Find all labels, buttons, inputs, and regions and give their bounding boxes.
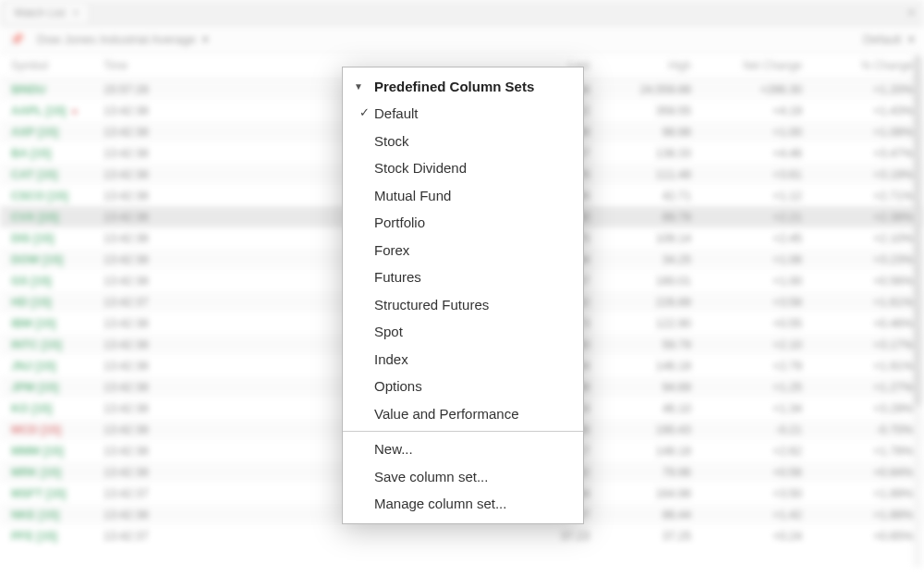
cell-time: 13:42:38 (103, 360, 187, 373)
menu-action-new[interactable]: New... (343, 435, 583, 463)
cell-netchange: +2.62 (691, 445, 802, 458)
menu-item-label: Futures (374, 268, 421, 287)
menu-action-manage-column-set[interactable]: Manage column set... (343, 490, 583, 518)
cell-symbol: HD [15] (11, 296, 103, 309)
table-row[interactable]: PFE [15]13:42:3737.2337.25+0.24+0.65% (0, 525, 924, 546)
cell-pctchange: +0.84% (802, 466, 913, 479)
cell-time: 13:42:38 (103, 402, 187, 415)
header-high[interactable]: High (590, 59, 691, 72)
cell-symbol: DIS [15] (11, 232, 103, 245)
cell-high: 46.10 (590, 402, 691, 415)
cell-symbol: PFE [15] (11, 530, 103, 543)
cell-netchange: +4.46 (691, 147, 802, 160)
cell-pctchange: +1.43% (802, 104, 913, 117)
scrollbar[interactable] (913, 55, 922, 567)
cell-symbol: CVX [15] (11, 211, 103, 224)
cell-symbol: MCD [15] (11, 423, 103, 436)
cell-time: 13:42:37 (103, 487, 187, 500)
cell-time: 13:42:38 (103, 445, 187, 458)
header-netchange[interactable]: Net Change (691, 59, 802, 72)
cell-pctchange: +1.88% (802, 509, 913, 521)
menu-item-forex[interactable]: Forex (343, 237, 583, 264)
menu-item-futures[interactable]: Futures (343, 263, 583, 291)
menu-item-label: Value and Performance (374, 405, 518, 423)
menu-item-stock-dividend[interactable]: Stock Dividend (343, 154, 583, 182)
cell-symbol: AXP [15] (11, 126, 103, 139)
cell-high: 37.25 (590, 530, 691, 543)
cell-high: 138.33 (590, 147, 691, 160)
cell-netchange: +2.45 (691, 232, 802, 245)
cell-symbol: JNJ [15] (11, 360, 103, 373)
cell-symbol: IBM [15] (11, 317, 103, 330)
column-set-menu: ▼ Predefined Column Sets ✓DefaultStockSt… (342, 67, 584, 524)
menu-item-options[interactable]: Options (343, 373, 583, 400)
menu-item-value-and-performance[interactable]: Value and Performance (343, 400, 583, 428)
scrollbar-thumb[interactable] (913, 55, 922, 407)
cell-high: 98.98 (590, 126, 691, 139)
menu-action-save-column-set[interactable]: Save column set... (343, 463, 583, 491)
close-icon[interactable]: × (73, 6, 79, 19)
menu-item-label: Structured Futures (374, 296, 489, 314)
cell-netchange: +1.12 (691, 190, 802, 202)
menu-item-mutual-fund[interactable]: Mutual Fund (343, 182, 583, 210)
cell-netchange: +0.24 (691, 530, 802, 543)
menu-item-label: Portfolio (374, 214, 425, 232)
menu-header[interactable]: ▼ Predefined Column Sets (343, 73, 583, 100)
menu-icon[interactable]: ≡ (907, 6, 920, 19)
cell-symbol: GS [15] (11, 275, 103, 288)
column-set-selector[interactable]: Default ▾ (863, 32, 915, 46)
menu-item-label: Forex (374, 241, 409, 260)
menu-item-label: Stock (374, 132, 409, 151)
menu-item-label: Manage column set... (374, 495, 506, 513)
header-pctchange[interactable]: % Change (802, 59, 913, 72)
watchlist-selector[interactable]: Dow Jones Industrial Average ▾ (37, 32, 209, 46)
cell-time: 13:42:38 (103, 466, 187, 479)
menu-item-label: Spot (374, 323, 403, 341)
cell-netchange: +1.42 (691, 509, 802, 521)
menu-item-portfolio[interactable]: Portfolio (343, 209, 583, 237)
cell-symbol: MMM [15] (11, 445, 103, 458)
cell-netchange: +1.00 (691, 275, 802, 288)
cell-symbol: CSCO [15] (11, 190, 103, 202)
cell-netchange: +1.00 (691, 126, 802, 139)
cell-time: 13:42:38 (103, 147, 187, 160)
cell-pctchange: +1.78% (802, 445, 913, 458)
cell-pctchange: +0.56% (802, 275, 913, 288)
header-symbol[interactable]: Symbol (11, 59, 103, 72)
cell-pctchange: +0.46% (802, 317, 913, 330)
cell-high: 86.44 (590, 509, 691, 521)
cell-time: 13:42:38 (103, 190, 187, 202)
menu-item-label: Save column set... (374, 468, 488, 486)
cell-time: 13:42:38 (103, 509, 187, 521)
cell-pctchange: +1.89% (802, 487, 913, 500)
check-icon: ✓ (354, 105, 374, 121)
cell-netchange: +2.79 (691, 360, 802, 373)
menu-item-structured-futures[interactable]: Structured Futures (343, 291, 583, 319)
cell-high: 146.18 (590, 360, 691, 373)
menu-item-label: Stock Dividend (374, 159, 467, 178)
menu-item-stock[interactable]: Stock (343, 128, 583, 155)
cell-symbol: BA [15] (11, 147, 103, 160)
cell-pctchange: +1.61% (802, 296, 913, 309)
menu-item-label: Mutual Fund (374, 187, 451, 205)
cell-pctchange: +3.19% (802, 168, 913, 181)
cell-netchange: +0.55 (691, 317, 802, 330)
cell-high: 148.18 (590, 445, 691, 458)
menu-item-index[interactable]: Index (343, 346, 583, 374)
tab-watchlist[interactable]: Watch List × (4, 2, 90, 23)
cell-high: 111.48 (590, 168, 691, 181)
header-time[interactable]: Time (103, 59, 187, 72)
cell-symbol: MRK [15] (11, 466, 103, 479)
pin-icon[interactable]: 📌 (9, 32, 24, 46)
cell-pctchange: +1.08% (802, 126, 913, 139)
cell-time: 13:42:37 (103, 530, 187, 543)
cell-high: 79.96 (590, 466, 691, 479)
cell-pctchange: +2.10% (802, 232, 913, 245)
cell-high: 89.78 (590, 211, 691, 224)
cell-high: 359.55 (590, 104, 691, 117)
menu-item-spot[interactable]: Spot (343, 318, 583, 346)
cell-symbol: CAT [15] (11, 168, 103, 181)
menu-item-default[interactable]: ✓Default (343, 100, 583, 128)
cell-pctchange: +3.17% (802, 338, 913, 351)
cell-time: 13:42:37 (103, 296, 187, 309)
